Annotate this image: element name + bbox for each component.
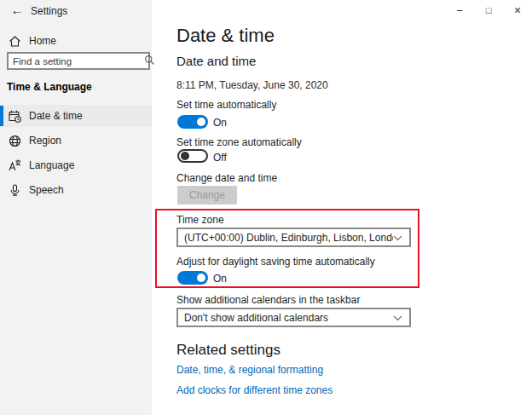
chevron-down-icon [393, 312, 402, 324]
sidebar-item-label: Home [29, 35, 56, 47]
sidebar-item-label: Language [29, 159, 74, 171]
dst-state: On [213, 273, 227, 285]
toggle-knob [197, 118, 205, 126]
change-button[interactable]: Change [177, 186, 237, 205]
sidebar-item-region[interactable]: Region [0, 130, 152, 152]
search-box [7, 52, 150, 70]
search-input[interactable] [9, 56, 144, 66]
microphone-icon [9, 184, 21, 197]
sidebar-item-label: Date & time [29, 110, 83, 122]
sidebar: ← Settings Home Time & Language [0, 0, 152, 415]
app-title: Settings [31, 5, 67, 17]
set-zone-auto-label: Set time zone automatically [176, 136, 302, 148]
sidebar-item-label: Region [29, 135, 61, 147]
sidebar-item-home[interactable]: Home [0, 30, 152, 52]
back-arrow-icon: ← [11, 3, 24, 17]
home-icon [9, 35, 21, 48]
sidebar-item-date-time[interactable]: Date & time [0, 105, 152, 127]
dst-toggle[interactable] [177, 271, 208, 285]
maximize-icon: □ [486, 5, 492, 15]
set-time-auto-label: Set time automatically [176, 99, 276, 111]
globe-icon [9, 135, 21, 147]
sidebar-item-speech[interactable]: Speech [0, 179, 152, 201]
language-icon [9, 159, 21, 172]
toggle-knob [197, 274, 205, 282]
back-button[interactable]: ← [8, 2, 26, 19]
toggle-knob [181, 152, 189, 160]
additional-calendars-label: Show additional calendars in the taskbar [176, 294, 360, 306]
time-zone-value: (UTC+00:00) Dublin, Edinburgh, Lisbon, L… [178, 232, 393, 244]
close-icon: × [514, 3, 521, 17]
section-title-date-and-time: Date and time [176, 54, 256, 68]
additional-calendars-value: Don't show additional calendars [178, 312, 393, 324]
chevron-down-icon [393, 232, 402, 244]
sidebar-item-language[interactable]: Language [0, 154, 152, 176]
window-controls: – □ × [445, 0, 532, 20]
sidebar-section-header: Time & Language [7, 81, 92, 93]
set-zone-auto-state: Off [213, 152, 227, 164]
additional-calendars-dropdown[interactable]: Don't show additional calendars [176, 308, 411, 327]
change-datetime-label: Change date and time [176, 172, 277, 184]
add-clocks-link[interactable]: Add clocks for different time zones [176, 384, 332, 396]
current-datetime: 8:11 PM, Tuesday, June 30, 2020 [176, 79, 328, 91]
close-button[interactable]: × [503, 0, 532, 20]
maximize-button[interactable]: □ [474, 0, 503, 20]
dst-label: Adjust for daylight saving time automati… [176, 256, 375, 268]
regional-formatting-link[interactable]: Date, time, & regional formatting [176, 364, 323, 376]
related-settings-title: Related settings [176, 342, 280, 359]
time-zone-label: Time zone [176, 214, 224, 226]
search-icon[interactable] [144, 55, 155, 68]
page-title: Date & time [176, 25, 275, 47]
set-time-auto-state: On [213, 117, 227, 129]
set-zone-auto-toggle[interactable] [177, 149, 208, 163]
minimize-icon: – [457, 4, 463, 16]
sidebar-item-label: Speech [29, 184, 64, 196]
date-time-icon [9, 110, 21, 123]
set-time-auto-toggle[interactable] [177, 115, 208, 129]
settings-window: ← Settings Home Time & Language [0, 0, 532, 415]
minimize-button[interactable]: – [445, 0, 474, 20]
time-zone-dropdown[interactable]: (UTC+00:00) Dublin, Edinburgh, Lisbon, L… [176, 228, 411, 247]
